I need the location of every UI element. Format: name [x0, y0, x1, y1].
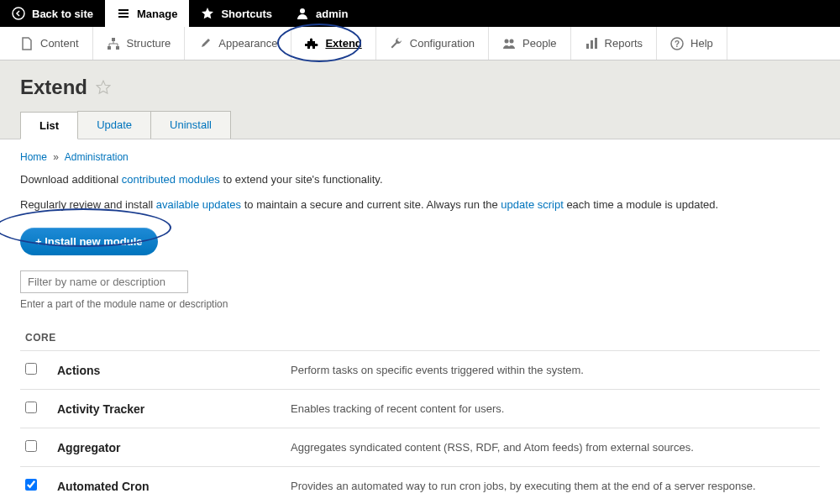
admin-menu-configuration[interactable]: Configuration — [376, 27, 489, 60]
tab-label: Update — [97, 118, 132, 131]
module-checkbox[interactable] — [25, 363, 37, 375]
module-row: Aggregator Aggregates syndicated content… — [20, 428, 820, 466]
admin-menu-reports[interactable]: Reports — [571, 27, 658, 60]
svg-point-6 — [510, 39, 514, 43]
text: to maintain a secure and current site. A… — [241, 198, 501, 211]
module-name[interactable]: Actions — [57, 364, 276, 377]
tab-list[interactable]: List — [20, 112, 78, 139]
module-name[interactable]: Aggregator — [57, 441, 276, 454]
admin-menu-label: Content — [40, 37, 79, 50]
svg-point-0 — [13, 8, 24, 19]
admin-menu-label: Appearance — [218, 37, 277, 50]
tab-label: Uninstall — [170, 118, 212, 131]
description-line-1: Download additional contributed modules … — [20, 171, 820, 188]
admin-menu-label: People — [522, 37, 556, 50]
shortcuts-button[interactable]: Shortcuts — [189, 0, 284, 27]
document-icon — [20, 37, 34, 50]
module-name[interactable]: Automated Cron — [57, 480, 276, 493]
wrench-icon — [390, 37, 403, 50]
admin-menu-help[interactable]: ? Help — [657, 27, 727, 60]
manage-button[interactable]: Manage — [105, 0, 189, 27]
content-region: Home » Administration Download additiona… — [0, 139, 840, 504]
page-header-region: Extend List Update Uninstall — [0, 60, 840, 139]
star-icon — [201, 7, 214, 20]
module-description: Aggregates syndicated content (RSS, RDF,… — [291, 441, 815, 454]
module-row: Automated Cron Provides an automated way… — [20, 466, 820, 504]
text: Download additional — [20, 173, 122, 186]
tab-label: List — [39, 119, 59, 132]
module-row: Actions Perform tasks on specific events… — [20, 350, 820, 389]
install-new-module-button[interactable]: + Install new module — [20, 228, 158, 255]
filter-input[interactable] — [20, 270, 188, 293]
paintbrush-icon — [198, 37, 212, 50]
svg-text:?: ? — [675, 39, 680, 49]
section-header: CORE — [20, 325, 820, 350]
tab-update[interactable]: Update — [77, 111, 151, 139]
svg-rect-3 — [108, 46, 111, 50]
favorite-star-icon[interactable] — [96, 80, 111, 95]
toolbar: Back to site Manage Shortcuts admin — [0, 0, 840, 27]
arrow-left-icon — [12, 7, 25, 20]
svg-rect-8 — [591, 40, 593, 49]
user-label: admin — [316, 8, 348, 20]
svg-rect-2 — [112, 38, 115, 41]
hierarchy-icon — [107, 37, 120, 50]
module-description: Enables tracking of recent content for u… — [291, 402, 815, 415]
admin-menu-label: Help — [690, 37, 713, 50]
available-updates-link[interactable]: available updates — [156, 198, 241, 211]
filter-help-text: Enter a part of the module name or descr… — [20, 298, 820, 310]
admin-menu-label: Structure — [127, 37, 171, 50]
text: to extend your site's functionality. — [220, 173, 383, 186]
admin-menu-label: Configuration — [410, 37, 475, 50]
user-icon — [296, 7, 309, 20]
admin-menu-structure[interactable]: Structure — [93, 27, 186, 60]
module-checkbox[interactable] — [25, 440, 37, 452]
admin-menu-extend[interactable]: Extend — [291, 27, 375, 60]
module-section-core: CORE Actions Perform tasks on specific e… — [20, 325, 820, 504]
module-checkbox[interactable] — [25, 402, 37, 413]
admin-menu: Content Structure Appearance Extend Conf… — [0, 27, 840, 60]
shortcuts-label: Shortcuts — [221, 8, 272, 20]
update-script-link[interactable]: update script — [501, 198, 563, 211]
admin-menu-label: Reports — [605, 37, 643, 50]
people-icon — [502, 37, 516, 50]
help-icon: ? — [670, 37, 684, 50]
bar-chart-icon — [585, 37, 598, 50]
svg-point-5 — [505, 39, 509, 43]
svg-rect-7 — [586, 44, 589, 49]
module-description: Perform tasks on specific events trigger… — [291, 364, 815, 376]
contributed-modules-link[interactable]: contributed modules — [122, 173, 220, 186]
admin-menu-appearance[interactable]: Appearance — [185, 27, 291, 60]
page-title: Extend — [20, 76, 87, 99]
text: Regularly review and install — [20, 198, 156, 211]
svg-point-1 — [300, 8, 305, 13]
hamburger-icon — [117, 7, 130, 20]
admin-menu-label: Extend — [325, 37, 361, 50]
back-to-site-button[interactable]: Back to site — [0, 0, 105, 27]
puzzle-icon — [305, 37, 318, 50]
svg-rect-4 — [116, 46, 119, 50]
module-row: Activity Tracker Enables tracking of rec… — [20, 389, 820, 428]
breadcrumb-separator: » — [53, 151, 59, 163]
admin-menu-people[interactable]: People — [489, 27, 570, 60]
description-line-2: Regularly review and install available u… — [20, 197, 820, 213]
manage-label: Manage — [137, 8, 177, 20]
breadcrumb-admin[interactable]: Administration — [65, 151, 129, 163]
admin-menu-content[interactable]: Content — [7, 27, 93, 60]
module-checkbox[interactable] — [25, 479, 37, 491]
tabs: List Update Uninstall — [20, 111, 820, 139]
svg-rect-9 — [595, 38, 597, 49]
module-description: Provides an automated way to run cron jo… — [291, 480, 815, 492]
module-name[interactable]: Activity Tracker — [57, 402, 276, 416]
user-button[interactable]: admin — [284, 0, 360, 27]
back-to-site-label: Back to site — [32, 8, 93, 20]
text: each time a module is updated. — [564, 198, 718, 211]
breadcrumb-home[interactable]: Home — [20, 151, 47, 163]
tab-uninstall[interactable]: Uninstall — [150, 111, 231, 139]
breadcrumb: Home » Administration — [20, 151, 820, 163]
